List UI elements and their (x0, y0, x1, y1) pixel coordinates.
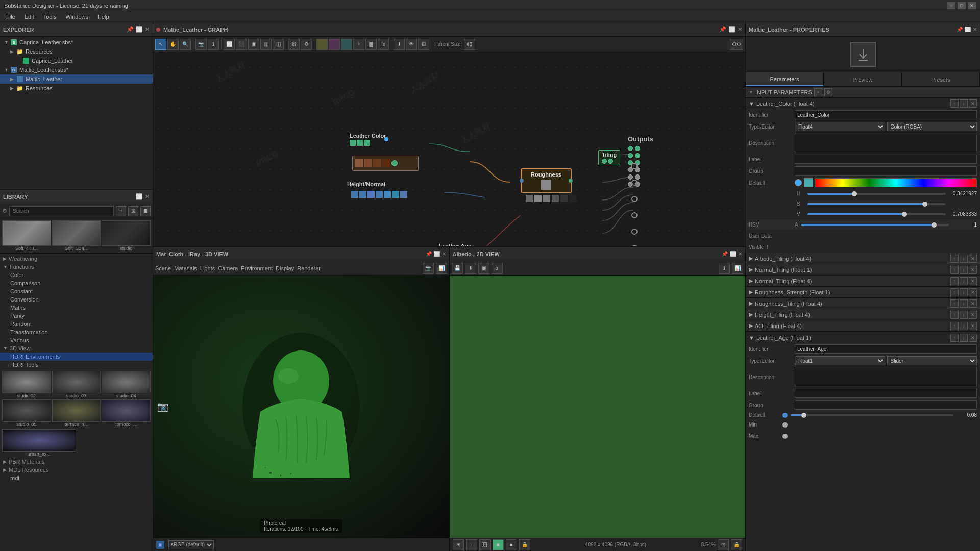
type-select[interactable]: Float4 (795, 122, 885, 131)
tab-presets[interactable]: Presets (902, 72, 980, 86)
h-handle[interactable] (852, 191, 857, 196)
view3d-expand-icon[interactable]: ⬜ (434, 251, 440, 257)
leather-color-section[interactable]: ▼ Leather_Color (Float 4) ↑ ↓ ✕ (746, 98, 980, 109)
menu-help[interactable]: Help (93, 13, 113, 21)
la-desc-textarea[interactable] (795, 368, 977, 386)
view3d-mode-icon[interactable]: ▣ (156, 541, 164, 549)
view3d-srgb-select[interactable]: sRGB (default) (168, 540, 214, 549)
node-height-chain[interactable] (351, 191, 407, 198)
library-search-input[interactable] (9, 206, 114, 216)
graph-mode3[interactable]: ▣ (248, 39, 259, 50)
graph-close-icon[interactable]: ✕ (738, 26, 742, 33)
lib-grid-btn[interactable]: ⊞ (128, 206, 138, 216)
port-c5[interactable] (631, 229, 638, 235)
menu-windows[interactable]: Windows (61, 13, 92, 21)
lc-move-down-btn[interactable]: ↓ (960, 99, 968, 108)
hdri-thumb-6[interactable]: tomoco_... (102, 399, 151, 427)
la-type-select[interactable]: Float1 (795, 356, 885, 365)
h-track[interactable] (807, 193, 946, 195)
nav-weathering[interactable]: ▶ Weathering (0, 255, 153, 263)
la-down[interactable]: ↓ (960, 334, 968, 342)
view3d-pin-icon[interactable]: 📌 (426, 251, 432, 257)
a-handle[interactable] (932, 222, 937, 228)
ht-down[interactable]: ↓ (960, 311, 968, 319)
add-param-btn[interactable]: + (814, 88, 822, 96)
out-port-2[interactable] (628, 153, 653, 158)
rt-del[interactable]: ✕ (969, 299, 977, 308)
nav-hdri-environments[interactable]: HDRI Environments (0, 353, 153, 361)
default-color-swatch[interactable] (804, 178, 813, 187)
toolbar-scene[interactable]: Scene (155, 265, 171, 271)
normal-tiling4-section[interactable]: ▶ Normal_Tiling (Float 4) ↑ ↓ ✕ (746, 276, 980, 287)
graph-mode5[interactable]: ◫ (273, 39, 284, 50)
la-lbl-input[interactable] (795, 389, 977, 398)
view3d-canvas[interactable]: 📷 (153, 276, 449, 538)
settings-param-btn[interactable]: ⚙ (824, 88, 832, 96)
ht-up[interactable]: ↑ (950, 311, 959, 319)
hdri-thumb-2[interactable]: studio_03 (52, 371, 101, 398)
rs-down[interactable]: ↓ (960, 288, 968, 296)
graph-settings2-btn[interactable]: ⚙⚙ (730, 39, 743, 50)
toolbar-display[interactable]: Display (276, 265, 294, 271)
rt-up[interactable]: ↑ (950, 299, 959, 308)
node-mid-cluster[interactable] (526, 195, 576, 202)
normal-tiling1-section[interactable]: ▶ Normal_Tiling (Float 1) ↑ ↓ ✕ (746, 264, 980, 276)
graph-color2-btn[interactable] (329, 39, 340, 50)
nt4-del[interactable]: ✕ (969, 277, 977, 285)
graph-gradient-btn[interactable]: ▓ (365, 39, 377, 50)
nav-transformation[interactable]: Transformation (0, 328, 153, 336)
nt4-up[interactable]: ↑ (950, 277, 959, 285)
label-input[interactable] (795, 155, 977, 164)
view3d-close-icon[interactable]: ✕ (442, 251, 446, 257)
explorer-pin-icon[interactable]: 📌 (127, 26, 134, 33)
la-header[interactable]: ▼ Leather_Age (Float 1) ↑ ↓ ✕ (746, 332, 980, 343)
roughness-in-port[interactable] (520, 179, 524, 183)
view2d-col-btn[interactable]: ■ (493, 539, 504, 550)
explorer-close-icon[interactable]: ✕ (145, 26, 150, 33)
toolbar-renderer[interactable]: Renderer (297, 265, 321, 271)
parent-size-arrows[interactable]: ⟪⟫ (464, 39, 475, 50)
nav-various[interactable]: Various (0, 336, 153, 344)
graph-pan-tool[interactable]: ✋ (167, 39, 179, 50)
color-bar[interactable] (815, 178, 977, 187)
graph-mode2[interactable]: ⬛ (236, 39, 247, 50)
props-close-icon[interactable]: ✕ (973, 27, 977, 32)
graph-view-btn[interactable]: 👁 (406, 39, 417, 50)
graph-fx-btn[interactable]: fx (378, 39, 389, 50)
thumb-item-1[interactable]: Soft_4Tu... (2, 220, 51, 251)
port-c1[interactable] (631, 163, 638, 169)
out-port-1[interactable] (628, 146, 653, 151)
view2d-expand-icon[interactable]: ⬜ (730, 251, 736, 257)
view2d-save-btn[interactable]: 💾 (452, 263, 463, 274)
nt4-down[interactable]: ↓ (960, 277, 968, 285)
la-del[interactable]: ✕ (969, 334, 977, 342)
port-c6[interactable] (631, 245, 638, 246)
rs-del[interactable]: ✕ (969, 288, 977, 296)
graph-link-btn[interactable]: ⛓ (288, 39, 300, 50)
nav-comparison[interactable]: Comparison (0, 279, 153, 287)
la-default-handle[interactable] (801, 413, 806, 418)
v-track[interactable] (807, 213, 946, 215)
maximize-button[interactable]: □ (958, 2, 966, 9)
roughness-tiling-section[interactable]: ▶ Roughness_Tiling (Float 4) ↑ ↓ ✕ (746, 298, 980, 309)
input-params-header[interactable]: ▼ INPUT PARAMETERS + ⚙ (746, 87, 980, 98)
node-leather-color[interactable]: Leather Color (350, 133, 386, 146)
hdri-thumb-1[interactable]: studio 02 (2, 371, 51, 398)
nav-conversion[interactable]: Conversion (0, 295, 153, 304)
graph-mode1[interactable]: ⬜ (224, 39, 235, 50)
nav-pbr-materials[interactable]: ▶ PBR Materials (0, 458, 153, 466)
view2d-lock-btn[interactable]: 🔒 (519, 539, 530, 550)
at-del[interactable]: ✕ (969, 255, 977, 263)
toolbar-camera[interactable]: Camera (218, 265, 238, 271)
graph-info-btn[interactable]: ℹ (208, 39, 219, 50)
view3d-cam-icon[interactable]: 📷 (423, 263, 434, 274)
graph-zoom-tool[interactable]: 🔍 (180, 39, 191, 50)
rt-down[interactable]: ↓ (960, 299, 968, 308)
group-input[interactable] (795, 166, 977, 176)
graph-export-btn[interactable]: ⬇ (394, 39, 405, 50)
ao-up[interactable]: ↑ (950, 322, 959, 330)
hdri-thumb-5[interactable]: terrace_n... (52, 399, 101, 427)
view2d-grid-btn[interactable]: ⊞ (453, 539, 464, 550)
nav-mdl-resources[interactable]: ▶ MDL Resources (0, 466, 153, 474)
tree-item-maltic-sbs[interactable]: ▼ S Maltic_Leather.sbs* (0, 65, 153, 74)
